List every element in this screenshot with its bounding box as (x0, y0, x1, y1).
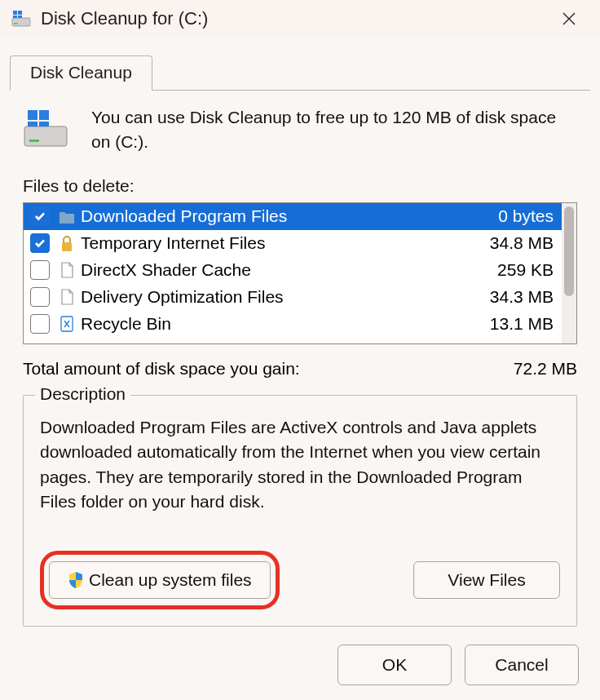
checkbox[interactable] (30, 206, 50, 226)
scrollbar[interactable] (562, 203, 576, 343)
svg-rect-4 (13, 16, 17, 18)
cancel-button[interactable]: Cancel (465, 645, 579, 685)
file-icon (58, 260, 76, 280)
list-item-label: Recycle Bin (81, 314, 490, 334)
intro-row: You can use Disk Cleanup to free up to 1… (23, 105, 577, 155)
svg-rect-9 (39, 110, 49, 120)
folder-icon (58, 206, 76, 226)
list-item-label: Temporary Internet Files (81, 233, 490, 253)
scrollbar-thumb[interactable] (564, 206, 574, 296)
list-item-size: 34.8 MB (490, 233, 554, 253)
lock-icon (58, 233, 76, 253)
total-value: 72.2 MB (514, 359, 577, 379)
list-item[interactable]: DirectX Shader Cache 259 KB (24, 257, 562, 284)
total-label: Total amount of disk space you gain: (23, 359, 514, 379)
shield-icon (68, 571, 84, 589)
svg-rect-12 (62, 242, 72, 251)
close-button[interactable] (549, 0, 589, 38)
list-item[interactable]: Downloaded Program Files 0 bytes (24, 203, 562, 230)
list-item[interactable]: Delivery Optimization Files 34.3 MB (24, 284, 562, 311)
svg-rect-1 (14, 23, 18, 24)
window-title: Disk Cleanup for (C:) (41, 8, 549, 29)
intro-text: You can use Disk Cleanup to free up to 1… (91, 105, 577, 155)
list-item-size: 259 KB (497, 260, 554, 280)
description-text: Downloaded Program Files are ActiveX con… (40, 415, 560, 529)
ok-button[interactable]: OK (338, 645, 452, 685)
tab-strip: Disk Cleanup (0, 55, 600, 91)
files-to-delete-label: Files to delete: (23, 176, 577, 196)
svg-rect-5 (18, 16, 22, 18)
checkbox[interactable] (30, 314, 50, 334)
view-files-button[interactable]: View Files (413, 561, 560, 599)
titlebar: Disk Cleanup for (C:) (0, 0, 600, 38)
list-item-label: DirectX Shader Cache (81, 260, 497, 280)
file-category-list[interactable]: Downloaded Program Files 0 bytes Tempora… (23, 202, 577, 344)
button-label: OK (382, 655, 407, 675)
list-item-size: 0 bytes (498, 206, 554, 226)
drive-icon (23, 109, 68, 149)
checkbox[interactable] (30, 287, 50, 307)
annotation-highlight: Clean up system files (40, 551, 280, 609)
checkbox[interactable] (30, 233, 50, 253)
svg-rect-3 (18, 11, 22, 15)
list-item[interactable]: Temporary Internet Files 34.8 MB (24, 230, 562, 257)
svg-rect-0 (12, 18, 30, 26)
description-group: Description Downloaded Program Files are… (23, 395, 577, 627)
file-icon (58, 287, 76, 307)
checkbox[interactable] (30, 260, 50, 280)
svg-rect-10 (28, 122, 38, 126)
button-label: View Files (448, 570, 525, 590)
list-item-size: 13.1 MB (490, 314, 554, 334)
svg-rect-7 (29, 140, 39, 142)
total-row: Total amount of disk space you gain: 72.… (23, 359, 577, 379)
svg-rect-6 (24, 126, 67, 146)
list-item-size: 34.3 MB (490, 287, 554, 307)
description-legend: Description (35, 384, 130, 404)
button-label: Clean up system files (89, 570, 252, 590)
svg-rect-11 (39, 122, 49, 126)
disk-cleanup-app-icon (11, 9, 31, 29)
recycle-icon (58, 314, 76, 334)
list-item[interactable]: Recycle Bin 13.1 MB (24, 311, 562, 338)
list-item-label: Downloaded Program Files (81, 206, 498, 226)
tab-disk-cleanup[interactable]: Disk Cleanup (10, 55, 152, 91)
svg-rect-8 (28, 110, 38, 120)
button-label: Cancel (495, 655, 548, 675)
clean-up-system-files-button[interactable]: Clean up system files (49, 561, 271, 599)
svg-rect-2 (13, 11, 17, 15)
dialog-footer: OK Cancel (0, 627, 600, 685)
list-item-label: Delivery Optimization Files (81, 287, 490, 307)
